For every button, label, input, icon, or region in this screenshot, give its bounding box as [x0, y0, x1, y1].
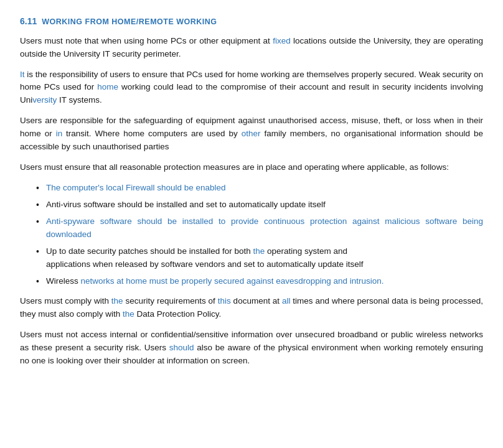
text-fixed: fixed [273, 36, 291, 45]
text-home: home [97, 82, 118, 91]
bullet-3-text: Anti-spyware software should be installe… [46, 217, 483, 239]
bullet-item-5: Wireless networks at home must be proper… [37, 275, 483, 288]
paragraph-1: Users must note that when using home PCs… [20, 35, 483, 61]
text-versity: versity [32, 95, 57, 105]
text-the-2: the [123, 309, 134, 319]
text-this: this [218, 296, 231, 306]
bullet-item-3: Anti-spyware software should be installe… [37, 215, 483, 241]
section-heading: 6.11 WORKING FROM HOME/REMOTE WORKING [20, 15, 483, 29]
paragraph-5: Users must comply with the security requ… [20, 295, 483, 321]
paragraph-3: Users are responsible for the safeguardi… [20, 114, 483, 154]
section-number: 6.11 [20, 15, 37, 29]
paragraph-4: Users must ensure that all reasonable pr… [20, 161, 483, 174]
bullet-5-wireless: Wireless [46, 276, 78, 286]
text-all: all [282, 296, 291, 306]
paragraph-2: It is the responsibility of users to ens… [20, 68, 483, 108]
text-the-1: the [111, 296, 123, 306]
section-title: WORKING FROM HOME/REMOTE WORKING [42, 16, 217, 28]
bullet-item-4: Up to date security patches should be in… [37, 245, 483, 271]
bullet-4-text-blue: the [253, 246, 265, 256]
text-it: It [20, 70, 25, 79]
bullet-item-2: Anti-virus software should be installed … [37, 198, 483, 212]
text-should: should [169, 343, 194, 352]
text-other: other [242, 129, 261, 138]
bullet-2-text: Anti-virus software should be installed … [46, 200, 326, 209]
document-section: 6.11 WORKING FROM HOME/REMOTE WORKING Us… [20, 15, 483, 368]
bullet-list: The computer's local Firewall should be … [20, 182, 483, 287]
bullet-1-text: The computer's local Firewall should be … [46, 183, 225, 192]
bullet-item-1: The computer's local Firewall should be … [37, 182, 483, 195]
text-in: in [56, 129, 63, 138]
paragraph-6: Users must not access internal or confid… [20, 329, 483, 368]
bullet-5-text-blue: networks at home must be properly secure… [78, 276, 384, 286]
